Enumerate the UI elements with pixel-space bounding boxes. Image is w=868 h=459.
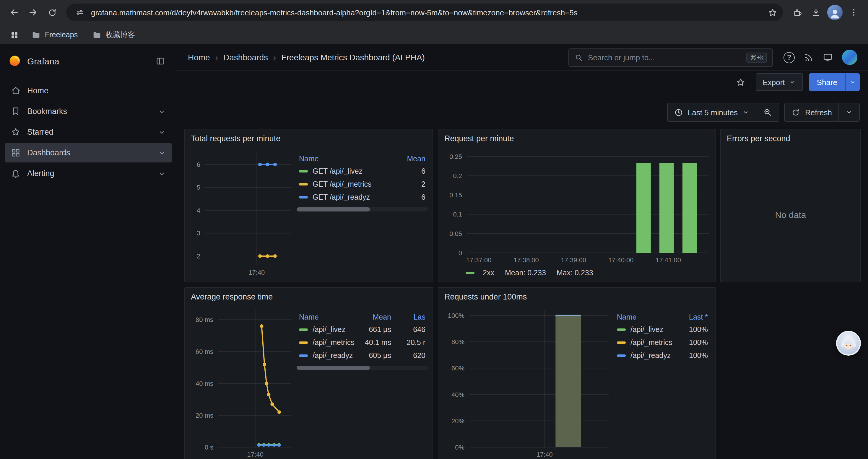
extensions-button[interactable]: [788, 3, 807, 22]
sidebar-item-home[interactable]: Home: [5, 81, 172, 100]
legend-column-header[interactable]: Mean: [394, 153, 428, 165]
browser-profile-button[interactable]: [826, 3, 844, 22]
browser-menu-button[interactable]: [844, 3, 863, 22]
data-point[interactable]: [258, 163, 262, 166]
legend-column-header[interactable]: Mean: [359, 311, 394, 323]
chevron-down-icon[interactable]: [158, 149, 166, 157]
address-bar[interactable]: [66, 4, 783, 21]
bar[interactable]: [637, 163, 651, 253]
series-name[interactable]: GET /api/_metrics: [313, 180, 372, 189]
grafana-logo[interactable]: [8, 54, 21, 67]
chart-total-requests[interactable]: 2345617:40: [190, 147, 292, 278]
chevron-down-icon[interactable]: [158, 169, 166, 177]
data-point[interactable]: [273, 444, 276, 447]
data-point[interactable]: [266, 163, 270, 166]
series-name[interactable]: GET /api/_livez: [313, 167, 363, 175]
chart-requests-under-100ms[interactable]: 0%20%40%60%80%100%17:40: [443, 305, 610, 459]
series-name[interactable]: 2xx: [483, 269, 494, 277]
data-point[interactable]: [267, 444, 270, 447]
data-point[interactable]: [258, 254, 262, 258]
collapse-sidebar-button[interactable]: [152, 53, 168, 69]
data-point[interactable]: [267, 393, 270, 396]
legend-scrollbar[interactable]: [297, 366, 428, 370]
chevron-down-icon[interactable]: [158, 107, 166, 116]
reload-button[interactable]: [42, 3, 61, 22]
data-point[interactable]: [265, 382, 268, 385]
downloads-button[interactable]: [807, 3, 826, 22]
bookmark-folder-blogs[interactable]: 收藏博客: [87, 28, 140, 42]
url-input[interactable]: [88, 8, 764, 17]
breadcrumb-home[interactable]: Home: [188, 53, 210, 62]
bookmark-page-button[interactable]: [764, 4, 780, 21]
chart-canvas[interactable]: 2345617:40: [190, 147, 292, 278]
chevron-down-icon[interactable]: [158, 128, 166, 136]
series-name[interactable]: /api/_readyz: [630, 352, 671, 360]
site-info-button[interactable]: [72, 5, 88, 20]
scrollbar-thumb[interactable]: [297, 366, 370, 370]
search-box[interactable]: ⌘+k: [568, 48, 773, 66]
panel-title[interactable]: Requests under 100ms: [438, 288, 715, 305]
chart-average-response-time[interactable]: 0 s20 ms40 ms60 ms80 ms17:40: [190, 305, 292, 459]
bar[interactable]: [659, 163, 674, 253]
panel-title[interactable]: Errors per second: [721, 129, 860, 147]
share-menu-button[interactable]: [845, 73, 860, 91]
legend-row[interactable]: /api/_readyz605 µs620: [297, 349, 428, 362]
data-point[interactable]: [262, 444, 265, 447]
legend-column-header[interactable]: Name: [297, 153, 394, 165]
legend-column-header[interactable]: Last *: [676, 311, 710, 323]
sidebar-item-dashboards[interactable]: Dashboards: [5, 143, 172, 162]
bar[interactable]: [682, 163, 697, 253]
series-name[interactable]: /api/_livez: [313, 326, 345, 334]
forward-button[interactable]: [24, 3, 42, 22]
data-point[interactable]: [273, 163, 277, 166]
legend-row[interactable]: GET /api/_metrics2: [297, 178, 428, 191]
export-button[interactable]: Export: [755, 73, 803, 91]
sidebar-item-alerting[interactable]: Alerting: [5, 164, 172, 183]
legend-scrollbar[interactable]: [297, 207, 428, 211]
series-name[interactable]: /api/_livez: [630, 326, 663, 334]
legend-row[interactable]: /api/_metrics100%: [615, 336, 710, 349]
chart-canvas[interactable]: 00.050.10.150.20.2517:37:0017:38:0017:39…: [443, 147, 710, 266]
legend-row[interactable]: GET /api/_readyz6: [297, 191, 428, 204]
panel-title[interactable]: Total requests per minute: [185, 129, 433, 147]
sidebar-item-bookmarks[interactable]: Bookmarks: [5, 102, 172, 121]
back-button[interactable]: [5, 3, 24, 22]
favorite-dashboard-button[interactable]: [732, 73, 749, 91]
zoom-out-button[interactable]: [756, 103, 779, 121]
data-point[interactable]: [273, 254, 277, 258]
legend-row[interactable]: /api/_livez100%: [615, 323, 710, 336]
sidebar-item-starred[interactable]: Starred: [5, 122, 172, 142]
legend-column-header[interactable]: Las: [394, 311, 428, 323]
monitor-icon[interactable]: [823, 52, 833, 63]
help-button[interactable]: ?: [783, 52, 795, 63]
time-range-picker[interactable]: Last 5 minutes: [668, 103, 756, 121]
series-name[interactable]: /api/_readyz: [313, 352, 353, 360]
user-avatar[interactable]: [842, 50, 857, 65]
news-rss-icon[interactable]: [804, 52, 814, 62]
share-button[interactable]: Share: [809, 73, 845, 91]
bookmark-folder-freeleaps[interactable]: Freeleaps: [26, 28, 83, 42]
floating-assistant-avatar[interactable]: [836, 331, 861, 356]
panel-title[interactable]: Average response time: [185, 288, 433, 305]
data-point[interactable]: [277, 410, 281, 414]
scrollbar-thumb[interactable]: [297, 207, 370, 211]
series-line[interactable]: [262, 326, 279, 412]
legend-column-header[interactable]: Name: [297, 311, 359, 323]
legend-row[interactable]: GET /api/_livez6: [297, 165, 428, 178]
refresh-button[interactable]: Refresh: [785, 103, 838, 121]
chart-canvas[interactable]: 0%20%40%60%80%100%17:40: [443, 305, 610, 459]
series-name[interactable]: GET /api/_readyz: [313, 193, 370, 201]
bar[interactable]: [555, 316, 581, 447]
breadcrumb-dashboards[interactable]: Dashboards: [223, 53, 268, 62]
search-input[interactable]: [588, 53, 742, 62]
legend-row[interactable]: /api/_readyz100%: [615, 349, 710, 362]
data-point[interactable]: [262, 362, 266, 366]
series-name[interactable]: /api/_metrics: [313, 338, 354, 347]
data-point[interactable]: [257, 444, 260, 447]
apps-shortcut-button[interactable]: [6, 27, 23, 43]
data-point[interactable]: [260, 324, 264, 328]
legend-column-header[interactable]: Name: [615, 311, 676, 323]
series-name[interactable]: /api/_metrics: [630, 338, 673, 347]
legend-row[interactable]: /api/_livez661 µs646: [297, 323, 428, 336]
chart-requests-per-minute[interactable]: 00.050.10.150.20.2517:37:0017:38:0017:39…: [443, 147, 710, 266]
